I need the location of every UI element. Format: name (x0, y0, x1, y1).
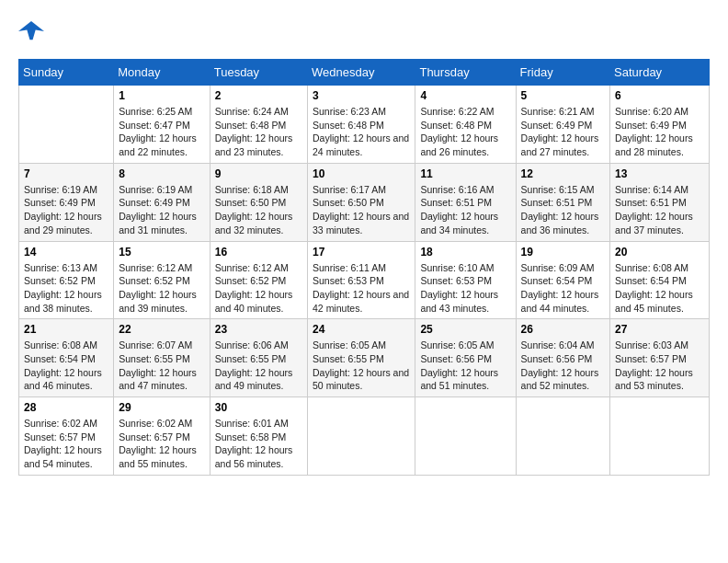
day-number: 24 (313, 323, 410, 336)
day-info: Sunrise: 6:08 AMSunset: 6:54 PMDaylight:… (615, 261, 704, 316)
day-info: Sunrise: 6:09 AMSunset: 6:54 PMDaylight:… (521, 261, 606, 316)
weekday-header-wednesday: Wednesday (308, 60, 415, 86)
weekday-header-tuesday: Tuesday (210, 60, 307, 86)
day-number: 22 (119, 323, 204, 336)
day-info: Sunrise: 6:08 AMSunset: 6:54 PMDaylight:… (24, 339, 108, 393)
calendar-cell: 22Sunrise: 6:07 AMSunset: 6:55 PMDayligh… (114, 319, 210, 397)
day-number: 1 (119, 89, 204, 102)
calendar-cell: 12Sunrise: 6:15 AMSunset: 6:51 PMDayligh… (516, 163, 610, 241)
day-number: 3 (313, 89, 410, 102)
day-info: Sunrise: 6:20 AMSunset: 6:49 PMDaylight:… (615, 105, 704, 159)
day-info: Sunrise: 6:22 AMSunset: 6:48 PMDaylight:… (420, 105, 510, 159)
weekday-header-thursday: Thursday (415, 60, 516, 86)
calendar-cell: 16Sunrise: 6:12 AMSunset: 6:52 PMDayligh… (210, 241, 307, 319)
calendar-cell: 19Sunrise: 6:09 AMSunset: 6:54 PMDayligh… (516, 241, 610, 319)
day-info: Sunrise: 6:12 AMSunset: 6:52 PMDaylight:… (119, 261, 204, 316)
logo-bird-icon (18, 18, 44, 44)
calendar-cell: 15Sunrise: 6:12 AMSunset: 6:52 PMDayligh… (114, 241, 210, 319)
day-number: 5 (521, 89, 606, 102)
weekday-header-monday: Monday (114, 60, 210, 86)
day-number: 4 (420, 89, 510, 102)
day-info: Sunrise: 6:18 AMSunset: 6:50 PMDaylight:… (215, 183, 302, 237)
weekday-header-friday: Friday (516, 60, 610, 86)
logo (18, 18, 48, 44)
day-info: Sunrise: 6:04 AMSunset: 6:56 PMDaylight:… (521, 339, 606, 393)
weekday-header-sunday: Sunday (19, 60, 114, 86)
weekday-header-saturday: Saturday (610, 60, 710, 86)
day-info: Sunrise: 6:01 AMSunset: 6:58 PMDaylight:… (215, 417, 302, 471)
day-number: 23 (215, 323, 302, 336)
day-number: 17 (313, 246, 410, 259)
calendar-cell: 17Sunrise: 6:11 AMSunset: 6:53 PMDayligh… (308, 241, 415, 319)
calendar-cell: 20Sunrise: 6:08 AMSunset: 6:54 PMDayligh… (610, 241, 710, 319)
day-number: 28 (24, 401, 108, 414)
calendar-cell: 24Sunrise: 6:05 AMSunset: 6:55 PMDayligh… (308, 319, 415, 397)
day-info: Sunrise: 6:07 AMSunset: 6:55 PMDaylight:… (119, 339, 204, 393)
day-number: 30 (215, 401, 302, 414)
calendar-cell: 5Sunrise: 6:21 AMSunset: 6:49 PMDaylight… (516, 86, 610, 164)
calendar-cell: 25Sunrise: 6:05 AMSunset: 6:56 PMDayligh… (415, 319, 516, 397)
day-number: 9 (215, 167, 302, 180)
day-number: 14 (24, 246, 108, 259)
day-info: Sunrise: 6:02 AMSunset: 6:57 PMDaylight:… (119, 417, 204, 471)
week-row-1: 1Sunrise: 6:25 AMSunset: 6:47 PMDaylight… (19, 86, 710, 164)
day-info: Sunrise: 6:15 AMSunset: 6:51 PMDaylight:… (521, 183, 606, 237)
day-info: Sunrise: 6:13 AMSunset: 6:52 PMDaylight:… (24, 261, 108, 316)
calendar-cell: 14Sunrise: 6:13 AMSunset: 6:52 PMDayligh… (19, 241, 114, 319)
calendar-cell (516, 397, 610, 476)
calendar-cell: 21Sunrise: 6:08 AMSunset: 6:54 PMDayligh… (19, 319, 114, 397)
calendar-cell (610, 397, 710, 476)
day-info: Sunrise: 6:05 AMSunset: 6:56 PMDaylight:… (420, 339, 510, 393)
page-header (18, 18, 710, 44)
day-number: 16 (215, 246, 302, 259)
day-number: 15 (119, 246, 204, 259)
day-number: 18 (420, 246, 510, 259)
day-number: 2 (215, 89, 302, 102)
day-info: Sunrise: 6:10 AMSunset: 6:53 PMDaylight:… (420, 261, 510, 316)
day-number: 6 (615, 89, 704, 102)
calendar-cell: 18Sunrise: 6:10 AMSunset: 6:53 PMDayligh… (415, 241, 516, 319)
day-info: Sunrise: 6:19 AMSunset: 6:49 PMDaylight:… (24, 183, 108, 237)
day-number: 7 (24, 167, 108, 180)
calendar-cell: 4Sunrise: 6:22 AMSunset: 6:48 PMDaylight… (415, 86, 516, 164)
day-number: 11 (420, 167, 510, 180)
day-number: 29 (119, 401, 204, 414)
day-info: Sunrise: 6:24 AMSunset: 6:48 PMDaylight:… (215, 105, 302, 159)
calendar-cell: 26Sunrise: 6:04 AMSunset: 6:56 PMDayligh… (516, 319, 610, 397)
calendar-cell: 13Sunrise: 6:14 AMSunset: 6:51 PMDayligh… (610, 163, 710, 241)
day-number: 12 (521, 167, 606, 180)
day-number: 27 (615, 323, 704, 336)
week-row-5: 28Sunrise: 6:02 AMSunset: 6:57 PMDayligh… (19, 397, 710, 476)
day-info: Sunrise: 6:12 AMSunset: 6:52 PMDaylight:… (215, 261, 302, 316)
day-info: Sunrise: 6:14 AMSunset: 6:51 PMDaylight:… (615, 183, 704, 237)
calendar-cell: 29Sunrise: 6:02 AMSunset: 6:57 PMDayligh… (114, 397, 210, 476)
day-number: 21 (24, 323, 108, 336)
day-info: Sunrise: 6:25 AMSunset: 6:47 PMDaylight:… (119, 105, 204, 159)
day-number: 8 (119, 167, 204, 180)
calendar-cell: 2Sunrise: 6:24 AMSunset: 6:48 PMDaylight… (210, 86, 307, 164)
day-info: Sunrise: 6:21 AMSunset: 6:49 PMDaylight:… (521, 105, 606, 159)
day-info: Sunrise: 6:17 AMSunset: 6:50 PMDaylight:… (313, 183, 410, 237)
calendar-cell (19, 86, 114, 164)
day-number: 25 (420, 323, 510, 336)
day-number: 19 (521, 246, 606, 259)
calendar-cell: 7Sunrise: 6:19 AMSunset: 6:49 PMDaylight… (19, 163, 114, 241)
calendar-cell: 3Sunrise: 6:23 AMSunset: 6:48 PMDaylight… (308, 86, 415, 164)
calendar-cell: 9Sunrise: 6:18 AMSunset: 6:50 PMDaylight… (210, 163, 307, 241)
week-row-2: 7Sunrise: 6:19 AMSunset: 6:49 PMDaylight… (19, 163, 710, 241)
calendar-cell: 1Sunrise: 6:25 AMSunset: 6:47 PMDaylight… (114, 86, 210, 164)
day-info: Sunrise: 6:11 AMSunset: 6:53 PMDaylight:… (313, 261, 410, 316)
calendar-cell (308, 397, 415, 476)
calendar-cell: 30Sunrise: 6:01 AMSunset: 6:58 PMDayligh… (210, 397, 307, 476)
calendar-cell: 28Sunrise: 6:02 AMSunset: 6:57 PMDayligh… (19, 397, 114, 476)
day-info: Sunrise: 6:23 AMSunset: 6:48 PMDaylight:… (313, 105, 410, 159)
day-info: Sunrise: 6:16 AMSunset: 6:51 PMDaylight:… (420, 183, 510, 237)
calendar-cell (415, 397, 516, 476)
day-number: 13 (615, 167, 704, 180)
week-row-4: 21Sunrise: 6:08 AMSunset: 6:54 PMDayligh… (19, 319, 710, 397)
calendar-cell: 10Sunrise: 6:17 AMSunset: 6:50 PMDayligh… (308, 163, 415, 241)
day-info: Sunrise: 6:19 AMSunset: 6:49 PMDaylight:… (119, 183, 204, 237)
calendar-cell: 27Sunrise: 6:03 AMSunset: 6:57 PMDayligh… (610, 319, 710, 397)
week-row-3: 14Sunrise: 6:13 AMSunset: 6:52 PMDayligh… (19, 241, 710, 319)
day-number: 20 (615, 246, 704, 259)
